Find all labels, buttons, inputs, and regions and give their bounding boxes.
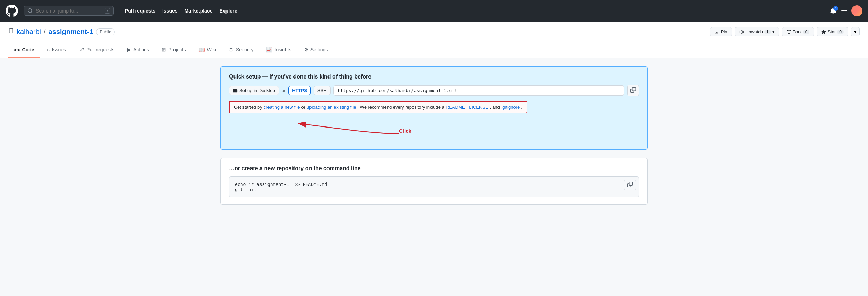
code-block: echo "# assignment-1" >> README.md git i… <box>229 176 639 197</box>
tab-insights-label: Insights <box>275 47 291 52</box>
copy-url-button[interactable] <box>627 85 639 96</box>
search-icon <box>27 8 33 14</box>
star-dropdown-button[interactable]: ▾ <box>851 27 860 36</box>
pin-label: Pin <box>721 29 727 34</box>
get-started-row: Get started by creating a new file or up… <box>229 101 527 113</box>
actions-icon: ▶ <box>127 47 131 53</box>
issues-link[interactable]: Issues <box>160 6 180 16</box>
tab-code[interactable]: <> Code <box>8 42 40 58</box>
search-shortcut: / <box>105 8 110 14</box>
eye-icon <box>739 30 744 34</box>
repo-visibility-badge: Public <box>96 28 115 35</box>
settings-icon: ⚙ <box>304 47 308 53</box>
click-label: Click <box>399 128 411 134</box>
code-line-2: git init <box>235 187 633 192</box>
tab-settings-label: Settings <box>310 47 328 52</box>
repo-url-input[interactable] <box>333 85 624 96</box>
star-icon <box>821 30 826 34</box>
tab-settings[interactable]: ⚙ Settings <box>298 42 334 58</box>
tab-actions[interactable]: ▶ Actions <box>121 42 155 58</box>
tab-actions-label: Actions <box>133 47 149 52</box>
plus-chevron-icon: ▾ <box>845 8 847 13</box>
tab-issues[interactable]: ○ Issues <box>41 42 72 58</box>
pull-requests-icon: ⎇ <box>78 47 84 53</box>
notifications-button[interactable]: 1 <box>830 7 837 14</box>
tab-security[interactable]: 🛡 Security <box>223 42 259 58</box>
tab-pull-requests-label: Pull requests <box>86 47 114 52</box>
top-nav-right: 1 + ▾ <box>830 5 862 16</box>
fork-count: 0 <box>803 30 810 34</box>
setup-desktop-label: Set up in Desktop <box>239 88 275 93</box>
repo-owner-link[interactable]: kalharbi <box>17 28 41 36</box>
main-content: Quick setup — if you've done this kind o… <box>212 58 656 213</box>
create-section: …or create a new repository on the comma… <box>220 158 648 205</box>
github-logo[interactable] <box>6 5 18 17</box>
comma-separator: , <box>467 105 468 110</box>
https-button[interactable]: HTTPS <box>288 86 311 95</box>
license-link[interactable]: LICENSE <box>469 105 488 110</box>
get-started-prefix: Get started by <box>234 105 262 110</box>
pin-icon <box>715 30 720 34</box>
unwatch-label: Unwatch <box>746 29 763 34</box>
fork-icon <box>786 30 791 34</box>
readme-link[interactable]: README <box>446 105 465 110</box>
tab-projects-label: Projects <box>168 47 186 52</box>
ssh-button[interactable]: SSH <box>314 86 331 95</box>
or-text: or <box>301 105 305 110</box>
url-row: Set up in Desktop or HTTPS SSH <box>229 85 639 96</box>
gitignore-link[interactable]: .gitignore <box>501 105 520 110</box>
pull-requests-link[interactable]: Pull requests <box>122 6 158 16</box>
top-navigation: / Pull requests Issues Marketplace Explo… <box>0 0 868 22</box>
quick-setup-title: Quick setup — if you've done this kind o… <box>229 74 639 80</box>
setup-desktop-button[interactable]: Set up in Desktop <box>229 86 279 95</box>
unwatch-chevron-icon: ▾ <box>772 29 775 34</box>
tab-projects[interactable]: ⊞ Projects <box>156 42 192 58</box>
creating-new-file-link[interactable]: creating a new file <box>264 105 300 110</box>
desktop-icon <box>233 88 238 93</box>
fork-label: Fork <box>793 29 802 34</box>
issues-icon: ○ <box>47 47 50 53</box>
insights-icon: 📈 <box>266 47 273 53</box>
copy-code-icon <box>627 182 633 187</box>
https-label: HTTPS <box>292 88 307 93</box>
marketplace-link[interactable]: Marketplace <box>182 6 215 16</box>
repo-tabs: <> Code ○ Issues ⎇ Pull requests ▶ Actio… <box>0 42 868 58</box>
plus-button[interactable]: + ▾ <box>841 7 847 15</box>
tab-wiki-label: Wiki <box>207 47 216 52</box>
tab-wiki[interactable]: 📖 Wiki <box>193 42 222 58</box>
tab-security-label: Security <box>236 47 254 52</box>
star-button[interactable]: Star 0 <box>817 27 848 36</box>
fork-button[interactable]: Fork 0 <box>782 27 814 36</box>
repo-name-link[interactable]: assignment-1 <box>49 28 93 36</box>
code-icon: <> <box>14 47 20 53</box>
projects-icon: ⊞ <box>162 47 166 53</box>
security-icon: 🛡 <box>229 47 234 53</box>
ssh-label: SSH <box>317 88 327 93</box>
tab-code-label: Code <box>22 47 34 52</box>
copy-icon <box>630 87 636 93</box>
end-period: . <box>521 105 522 110</box>
search-input[interactable] <box>36 8 102 14</box>
unwatch-button[interactable]: Unwatch 1 ▾ <box>735 27 779 36</box>
and-text: , and <box>490 105 500 110</box>
create-section-title: …or create a new repository on the comma… <box>229 165 639 172</box>
notification-badge: 1 <box>833 6 838 11</box>
or-separator: or <box>282 88 286 93</box>
get-started-suffix: . We recommend every repository include … <box>357 105 444 110</box>
repo-icon <box>8 28 14 35</box>
top-nav-links: Pull requests Issues Marketplace Explore <box>122 6 240 16</box>
explore-link[interactable]: Explore <box>216 6 240 16</box>
uploading-existing-file-link[interactable]: uploading an existing file <box>307 105 356 110</box>
plus-icon: + <box>841 7 845 15</box>
avatar[interactable] <box>851 5 862 16</box>
search-box[interactable]: / <box>24 6 114 16</box>
repo-header-actions: Pin Unwatch 1 ▾ Fork 0 Star 0 ▾ <box>710 27 860 36</box>
code-line-1: echo "# assignment-1" >> README.md <box>235 182 633 187</box>
star-label: Star <box>827 29 836 34</box>
pin-button[interactable]: Pin <box>710 27 732 36</box>
annotation-area: Click <box>229 115 639 142</box>
repo-header: kalharbi / assignment-1 Public Pin Unwat… <box>0 22 868 42</box>
tab-insights[interactable]: 📈 Insights <box>261 42 297 58</box>
copy-code-button[interactable] <box>624 180 636 190</box>
tab-pull-requests[interactable]: ⎇ Pull requests <box>73 42 120 58</box>
